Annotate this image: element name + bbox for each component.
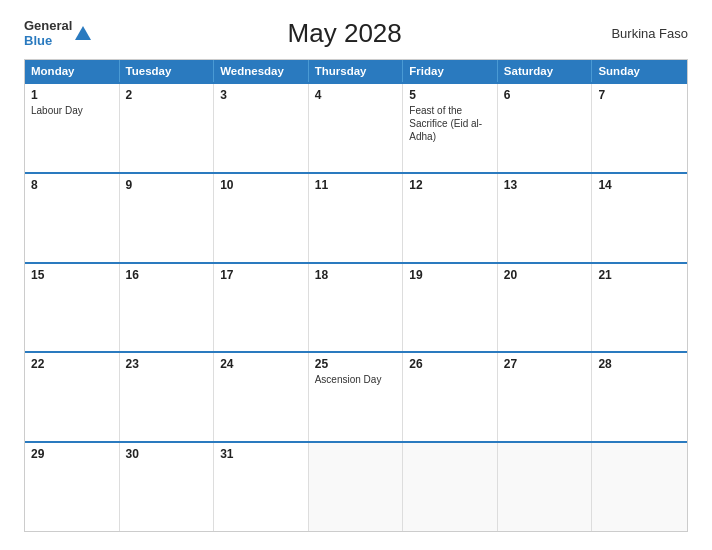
day-num: 13 <box>504 178 586 192</box>
cell-w4-tue: 23 <box>120 353 215 441</box>
day-num: 31 <box>220 447 302 461</box>
cell-w2-mon: 8 <box>25 174 120 262</box>
cell-w2-sat: 13 <box>498 174 593 262</box>
header: General Blue May 2028 Burkina Faso <box>24 18 688 49</box>
day-num: 4 <box>315 88 397 102</box>
cell-w2-wed: 10 <box>214 174 309 262</box>
event-text: Feast of the Sacrifice (Eid al-Adha) <box>409 105 482 142</box>
cell-w3-mon: 15 <box>25 264 120 352</box>
day-num: 14 <box>598 178 681 192</box>
day-num: 17 <box>220 268 302 282</box>
header-saturday: Saturday <box>498 60 593 82</box>
day-num: 12 <box>409 178 491 192</box>
header-friday: Friday <box>403 60 498 82</box>
week-4: 22 23 24 25 Ascension Day 26 27 <box>25 351 687 441</box>
day-num: 3 <box>220 88 302 102</box>
cell-w3-sat: 20 <box>498 264 593 352</box>
day-num: 26 <box>409 357 491 371</box>
cell-w2-tue: 9 <box>120 174 215 262</box>
day-num: 7 <box>598 88 681 102</box>
day-num: 5 <box>409 88 491 102</box>
country-label: Burkina Faso <box>598 26 688 41</box>
cell-w5-sat <box>498 443 593 531</box>
calendar-body: 1 Labour Day 2 3 4 5 Feast of the Sacrif… <box>25 82 687 531</box>
event-text: Labour Day <box>31 105 83 116</box>
header-thursday: Thursday <box>309 60 404 82</box>
day-num: 21 <box>598 268 681 282</box>
cell-w1-thu: 4 <box>309 84 404 172</box>
cell-w2-fri: 12 <box>403 174 498 262</box>
week-1: 1 Labour Day 2 3 4 5 Feast of the Sacrif… <box>25 82 687 172</box>
week-2: 8 9 10 11 12 13 14 <box>25 172 687 262</box>
cell-w3-thu: 18 <box>309 264 404 352</box>
day-num: 15 <box>31 268 113 282</box>
logo-blue: Blue <box>24 34 72 48</box>
cell-w4-wed: 24 <box>214 353 309 441</box>
day-num: 10 <box>220 178 302 192</box>
cell-w4-fri: 26 <box>403 353 498 441</box>
week-5: 29 30 31 <box>25 441 687 531</box>
header-sunday: Sunday <box>592 60 687 82</box>
day-num: 2 <box>126 88 208 102</box>
day-num: 29 <box>31 447 113 461</box>
logo-general: General <box>24 19 72 33</box>
cell-w5-sun <box>592 443 687 531</box>
calendar-header-row: Monday Tuesday Wednesday Thursday Friday… <box>25 60 687 82</box>
cell-w5-thu <box>309 443 404 531</box>
day-num: 27 <box>504 357 586 371</box>
cell-w3-sun: 21 <box>592 264 687 352</box>
header-monday: Monday <box>25 60 120 82</box>
calendar: Monday Tuesday Wednesday Thursday Friday… <box>24 59 688 532</box>
day-num: 18 <box>315 268 397 282</box>
day-num: 30 <box>126 447 208 461</box>
day-num: 8 <box>31 178 113 192</box>
cell-w1-fri: 5 Feast of the Sacrifice (Eid al-Adha) <box>403 84 498 172</box>
day-num: 1 <box>31 88 113 102</box>
day-num: 16 <box>126 268 208 282</box>
day-num: 20 <box>504 268 586 282</box>
week-3: 15 16 17 18 19 20 21 <box>25 262 687 352</box>
cell-w1-sat: 6 <box>498 84 593 172</box>
page-title: May 2028 <box>91 18 598 49</box>
logo: General Blue <box>24 19 91 48</box>
day-num: 11 <box>315 178 397 192</box>
cell-w4-sat: 27 <box>498 353 593 441</box>
header-wednesday: Wednesday <box>214 60 309 82</box>
day-num: 28 <box>598 357 681 371</box>
cell-w1-wed: 3 <box>214 84 309 172</box>
day-num: 22 <box>31 357 113 371</box>
logo-text: General Blue <box>24 19 72 48</box>
cell-w5-mon: 29 <box>25 443 120 531</box>
calendar-page: General Blue May 2028 Burkina Faso Monda… <box>0 0 712 550</box>
cell-w1-mon: 1 Labour Day <box>25 84 120 172</box>
logo-triangle-icon <box>75 26 91 40</box>
cell-w1-tue: 2 <box>120 84 215 172</box>
day-num: 23 <box>126 357 208 371</box>
cell-w1-sun: 7 <box>592 84 687 172</box>
cell-w5-wed: 31 <box>214 443 309 531</box>
day-num: 19 <box>409 268 491 282</box>
day-num: 25 <box>315 357 397 371</box>
cell-w5-fri <box>403 443 498 531</box>
cell-w2-sun: 14 <box>592 174 687 262</box>
day-num: 24 <box>220 357 302 371</box>
cell-w5-tue: 30 <box>120 443 215 531</box>
day-num: 6 <box>504 88 586 102</box>
cell-w3-wed: 17 <box>214 264 309 352</box>
cell-w3-fri: 19 <box>403 264 498 352</box>
event-text: Ascension Day <box>315 374 382 385</box>
cell-w2-thu: 11 <box>309 174 404 262</box>
cell-w3-tue: 16 <box>120 264 215 352</box>
header-tuesday: Tuesday <box>120 60 215 82</box>
day-num: 9 <box>126 178 208 192</box>
cell-w4-thu: 25 Ascension Day <box>309 353 404 441</box>
cell-w4-mon: 22 <box>25 353 120 441</box>
cell-w4-sun: 28 <box>592 353 687 441</box>
